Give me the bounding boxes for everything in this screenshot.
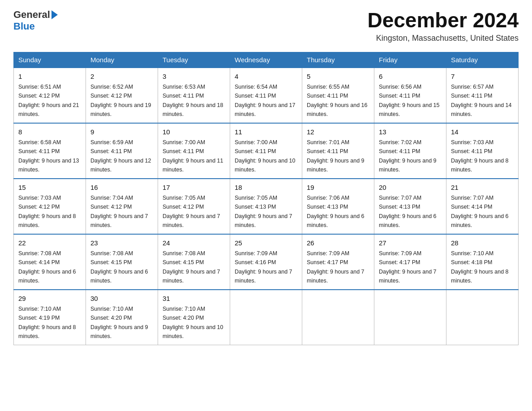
day-info: Sunrise: 6:57 AMSunset: 4:11 PMDaylight:… (451, 84, 512, 117)
calendar-day-cell: 23 Sunrise: 7:08 AMSunset: 4:15 PMDaylig… (86, 234, 158, 290)
logo-arrow-icon (51, 10, 58, 19)
calendar-week-row: 29 Sunrise: 7:10 AMSunset: 4:19 PMDaylig… (14, 290, 519, 345)
calendar-day-cell: 24 Sunrise: 7:08 AMSunset: 4:15 PMDaylig… (158, 234, 230, 290)
day-number: 14 (451, 127, 514, 137)
calendar-header-row: SundayMondayTuesdayWednesdayThursdayFrid… (14, 52, 519, 68)
page-header: General Blue December 2024 Kingston, Mas… (13, 9, 519, 43)
day-number: 23 (90, 238, 153, 248)
day-info: Sunrise: 7:10 AMSunset: 4:19 PMDaylight:… (18, 306, 76, 339)
calendar-day-cell: 17 Sunrise: 7:05 AMSunset: 4:12 PMDaylig… (158, 179, 230, 234)
day-info: Sunrise: 6:51 AMSunset: 4:12 PMDaylight:… (18, 84, 79, 117)
calendar-day-cell (302, 290, 374, 345)
day-info: Sunrise: 6:55 AMSunset: 4:11 PMDaylight:… (307, 84, 368, 117)
calendar-day-cell (230, 290, 302, 345)
calendar-week-row: 8 Sunrise: 6:58 AMSunset: 4:11 PMDayligh… (14, 123, 519, 179)
day-number: 18 (235, 183, 297, 193)
calendar-day-cell: 13 Sunrise: 7:02 AMSunset: 4:11 PMDaylig… (374, 123, 446, 179)
day-number: 28 (451, 238, 514, 248)
day-info: Sunrise: 7:10 AMSunset: 4:20 PMDaylight:… (90, 306, 148, 339)
day-info: Sunrise: 7:08 AMSunset: 4:15 PMDaylight:… (163, 250, 220, 284)
day-info: Sunrise: 7:05 AMSunset: 4:13 PMDaylight:… (235, 195, 292, 228)
day-number: 22 (18, 238, 81, 248)
day-number: 25 (235, 238, 297, 248)
logo-general: General (13, 9, 50, 21)
day-number: 16 (90, 183, 153, 193)
logo-blue: Blue (13, 21, 35, 32)
day-number: 8 (18, 127, 81, 137)
calendar-day-cell: 6 Sunrise: 6:56 AMSunset: 4:11 PMDayligh… (374, 68, 446, 123)
calendar-day-cell: 4 Sunrise: 6:54 AMSunset: 4:11 PMDayligh… (230, 68, 302, 123)
day-number: 21 (451, 183, 514, 193)
header-tuesday: Tuesday (158, 52, 230, 68)
calendar-day-cell: 26 Sunrise: 7:09 AMSunset: 4:17 PMDaylig… (302, 234, 374, 290)
calendar-day-cell: 29 Sunrise: 7:10 AMSunset: 4:19 PMDaylig… (14, 290, 86, 345)
calendar-day-cell: 9 Sunrise: 6:59 AMSunset: 4:11 PMDayligh… (86, 123, 158, 179)
day-info: Sunrise: 7:10 AMSunset: 4:18 PMDaylight:… (451, 250, 509, 284)
day-info: Sunrise: 6:54 AMSunset: 4:11 PMDaylight:… (235, 84, 296, 117)
day-info: Sunrise: 7:05 AMSunset: 4:12 PMDaylight:… (163, 195, 220, 228)
day-number: 10 (163, 127, 225, 137)
calendar-day-cell: 21 Sunrise: 7:07 AMSunset: 4:14 PMDaylig… (446, 179, 519, 234)
day-info: Sunrise: 7:04 AMSunset: 4:12 PMDaylight:… (90, 195, 148, 228)
day-info: Sunrise: 7:09 AMSunset: 4:17 PMDaylight:… (379, 250, 437, 284)
calendar-day-cell: 12 Sunrise: 7:01 AMSunset: 4:11 PMDaylig… (302, 123, 374, 179)
day-number: 1 (18, 72, 81, 82)
day-number: 20 (379, 183, 442, 193)
header-sunday: Sunday (14, 52, 86, 68)
calendar-day-cell: 1 Sunrise: 6:51 AMSunset: 4:12 PMDayligh… (14, 68, 86, 123)
month-title: December 2024 (367, 9, 519, 32)
day-info: Sunrise: 6:59 AMSunset: 4:11 PMDaylight:… (90, 139, 151, 173)
day-number: 3 (163, 72, 225, 82)
day-number: 27 (379, 238, 442, 248)
title-section: December 2024 Kingston, Massachusetts, U… (367, 9, 519, 43)
calendar-day-cell: 14 Sunrise: 7:03 AMSunset: 4:11 PMDaylig… (446, 123, 519, 179)
day-number: 15 (18, 183, 81, 193)
day-info: Sunrise: 7:00 AMSunset: 4:11 PMDaylight:… (235, 139, 296, 173)
calendar-day-cell: 31 Sunrise: 7:10 AMSunset: 4:20 PMDaylig… (158, 290, 230, 345)
calendar-day-cell: 28 Sunrise: 7:10 AMSunset: 4:18 PMDaylig… (446, 234, 519, 290)
calendar-day-cell: 25 Sunrise: 7:09 AMSunset: 4:16 PMDaylig… (230, 234, 302, 290)
calendar-day-cell: 27 Sunrise: 7:09 AMSunset: 4:17 PMDaylig… (374, 234, 446, 290)
day-number: 4 (235, 72, 297, 82)
day-info: Sunrise: 7:03 AMSunset: 4:12 PMDaylight:… (18, 195, 76, 228)
day-number: 5 (307, 72, 369, 82)
calendar-day-cell: 22 Sunrise: 7:08 AMSunset: 4:14 PMDaylig… (14, 234, 86, 290)
calendar-day-cell: 5 Sunrise: 6:55 AMSunset: 4:11 PMDayligh… (302, 68, 374, 123)
day-number: 13 (379, 127, 442, 137)
calendar-week-row: 1 Sunrise: 6:51 AMSunset: 4:12 PMDayligh… (14, 68, 519, 123)
calendar-day-cell: 10 Sunrise: 7:00 AMSunset: 4:11 PMDaylig… (158, 123, 230, 179)
day-number: 12 (307, 127, 369, 137)
day-number: 2 (90, 72, 153, 82)
calendar-day-cell: 20 Sunrise: 7:07 AMSunset: 4:13 PMDaylig… (374, 179, 446, 234)
header-thursday: Thursday (302, 52, 374, 68)
day-info: Sunrise: 7:06 AMSunset: 4:13 PMDaylight:… (307, 195, 365, 228)
day-number: 26 (307, 238, 369, 248)
day-info: Sunrise: 7:09 AMSunset: 4:17 PMDaylight:… (307, 250, 365, 284)
calendar-day-cell: 16 Sunrise: 7:04 AMSunset: 4:12 PMDaylig… (86, 179, 158, 234)
day-info: Sunrise: 7:09 AMSunset: 4:16 PMDaylight:… (235, 250, 292, 284)
day-info: Sunrise: 6:52 AMSunset: 4:12 PMDaylight:… (90, 84, 151, 117)
calendar-day-cell: 30 Sunrise: 7:10 AMSunset: 4:20 PMDaylig… (86, 290, 158, 345)
day-number: 17 (163, 183, 225, 193)
day-info: Sunrise: 7:02 AMSunset: 4:11 PMDaylight:… (379, 139, 437, 173)
calendar-week-row: 22 Sunrise: 7:08 AMSunset: 4:14 PMDaylig… (14, 234, 519, 290)
logo: General Blue (13, 9, 58, 32)
day-number: 24 (163, 238, 225, 248)
day-info: Sunrise: 7:00 AMSunset: 4:11 PMDaylight:… (163, 139, 223, 173)
header-saturday: Saturday (446, 52, 519, 68)
day-info: Sunrise: 7:07 AMSunset: 4:13 PMDaylight:… (379, 195, 437, 228)
day-number: 11 (235, 127, 297, 137)
header-monday: Monday (86, 52, 158, 68)
day-info: Sunrise: 7:01 AMSunset: 4:11 PMDaylight:… (307, 139, 365, 173)
day-number: 29 (18, 294, 81, 304)
location-title: Kingston, Massachusetts, United States (367, 34, 519, 43)
calendar-day-cell: 7 Sunrise: 6:57 AMSunset: 4:11 PMDayligh… (446, 68, 519, 123)
day-number: 9 (90, 127, 153, 137)
day-info: Sunrise: 7:10 AMSunset: 4:20 PMDaylight:… (163, 306, 223, 339)
header-wednesday: Wednesday (230, 52, 302, 68)
calendar-day-cell: 3 Sunrise: 6:53 AMSunset: 4:11 PMDayligh… (158, 68, 230, 123)
day-info: Sunrise: 6:53 AMSunset: 4:11 PMDaylight:… (163, 84, 223, 117)
day-info: Sunrise: 7:03 AMSunset: 4:11 PMDaylight:… (451, 139, 509, 173)
calendar-table: SundayMondayTuesdayWednesdayThursdayFrid… (13, 52, 519, 345)
calendar-day-cell: 18 Sunrise: 7:05 AMSunset: 4:13 PMDaylig… (230, 179, 302, 234)
